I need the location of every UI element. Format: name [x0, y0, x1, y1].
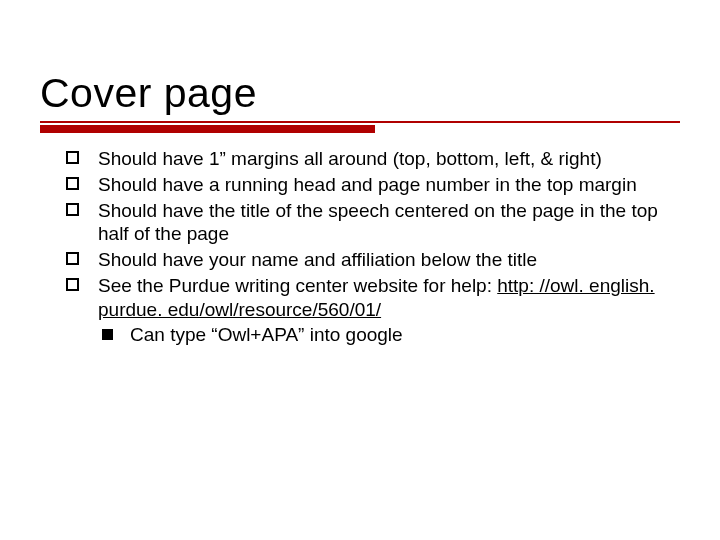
bullet-list: Should have 1” margins all around (top, …	[66, 147, 680, 347]
list-item: Should have a running head and page numb…	[66, 173, 680, 197]
bullet-text: Should have a running head and page numb…	[98, 174, 637, 195]
page-title: Cover page	[40, 70, 680, 117]
sub-list: Can type “Owl+APA” into google	[98, 323, 680, 347]
sub-list-item: Can type “Owl+APA” into google	[98, 323, 680, 347]
title-rule	[40, 121, 680, 137]
bullet-text: Should have the title of the speech cent…	[98, 200, 658, 245]
list-item: See the Purdue writing center website fo…	[66, 274, 680, 347]
list-item: Should have your name and affiliation be…	[66, 248, 680, 272]
list-item: Should have the title of the speech cent…	[66, 199, 680, 247]
bullet-text: Should have your name and affiliation be…	[98, 249, 537, 270]
bullet-text: Should have 1” margins all around (top, …	[98, 148, 602, 169]
slide: Cover page Should have 1” margins all ar…	[0, 0, 720, 540]
sub-bullet-text: Can type “Owl+APA” into google	[130, 324, 403, 345]
list-item: Should have 1” margins all around (top, …	[66, 147, 680, 171]
bullet-text: See the Purdue writing center website fo…	[98, 275, 497, 296]
